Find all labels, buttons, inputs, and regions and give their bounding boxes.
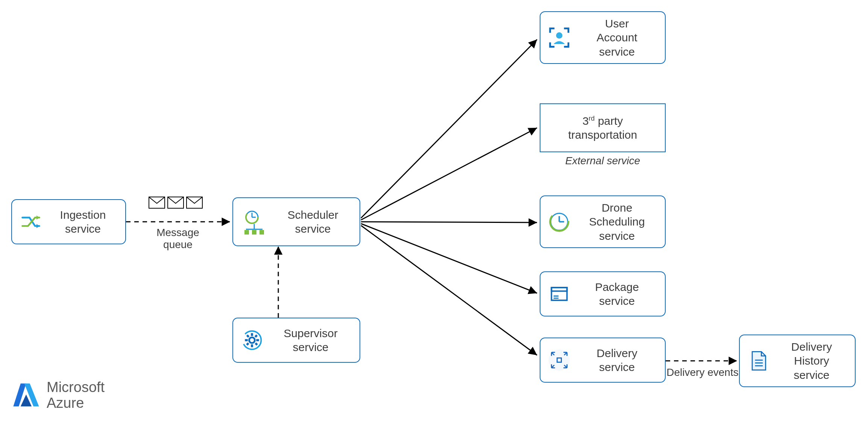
- envelope-icon: [149, 197, 165, 209]
- brand-line-1: Microsoft: [47, 380, 105, 395]
- node-label: Deliveryservice: [577, 346, 657, 374]
- svg-rect-28: [246, 335, 250, 338]
- node-label: Ingestionservice: [48, 208, 118, 236]
- node-supervisor-service: Supervisorservice: [232, 318, 360, 363]
- azure-logo-text: Microsoft Azure: [47, 380, 105, 411]
- node-delivery-history-service: DeliveryHistoryservice: [739, 335, 856, 387]
- svg-line-5: [361, 224, 537, 293]
- svg-point-23: [249, 338, 255, 343]
- caption-delivery-events: Delivery events: [665, 366, 740, 379]
- caption-message-queue: Messagequeue: [142, 227, 214, 251]
- svg-rect-38: [551, 288, 567, 291]
- node-label: UserAccountservice: [577, 17, 657, 59]
- svg-rect-24: [251, 333, 253, 336]
- svg-line-2: [361, 39, 537, 218]
- gear-cycle-icon: [241, 329, 263, 351]
- node-drone-scheduling-service: DroneSchedulingservice: [540, 195, 666, 248]
- clock-cycle-icon: [548, 210, 571, 233]
- envelope-icon: [186, 197, 203, 209]
- node-package-service: Packageservice: [540, 271, 666, 316]
- svg-line-3: [361, 128, 537, 220]
- expand-arrows-icon: [548, 349, 571, 371]
- svg-rect-21: [259, 230, 264, 235]
- node-label: DroneSchedulingservice: [577, 201, 657, 243]
- svg-line-6: [361, 226, 537, 355]
- node-delivery-service: Deliveryservice: [540, 338, 666, 383]
- caption-external-service: External service: [540, 155, 666, 167]
- svg-rect-30: [255, 335, 258, 338]
- svg-rect-31: [246, 342, 249, 346]
- message-queue-icons: [149, 197, 203, 209]
- azure-logo: Microsoft Azure: [11, 380, 105, 411]
- svg-line-4: [361, 222, 537, 223]
- svg-rect-27: [256, 339, 259, 341]
- envelope-icon: [167, 197, 184, 209]
- brand-line-2: Azure: [47, 395, 105, 411]
- node-third-party-transportation: 3rd partytransportation: [540, 103, 666, 152]
- svg-marker-12: [36, 215, 39, 220]
- shuffle-icon: [20, 210, 42, 233]
- node-label: 3rd partytransportation: [544, 114, 661, 142]
- architecture-diagram: Ingestionservice Messagequeue Schedulers…: [0, 0, 868, 430]
- svg-rect-25: [251, 344, 253, 347]
- svg-rect-19: [244, 230, 249, 235]
- node-label: Schedulerservice: [274, 208, 352, 236]
- svg-rect-26: [245, 339, 248, 341]
- package-box-icon: [548, 283, 571, 305]
- node-user-account-service: UserAccountservice: [540, 11, 666, 64]
- svg-marker-11: [36, 224, 39, 228]
- connectors-layer: [0, 0, 868, 430]
- svg-rect-20: [252, 230, 256, 235]
- node-label: Packageservice: [577, 280, 657, 308]
- node-label: Supervisorservice: [269, 326, 352, 354]
- user-focus-icon: [548, 26, 571, 49]
- node-label: DeliveryHistoryservice: [776, 340, 847, 382]
- node-scheduler-service: Schedulerservice: [232, 197, 360, 246]
- scheduler-icon: [241, 208, 268, 235]
- svg-point-32: [556, 32, 563, 39]
- azure-logo-icon: [11, 381, 40, 410]
- node-ingestion-service: Ingestionservice: [11, 199, 126, 244]
- svg-rect-29: [255, 342, 258, 346]
- document-icon: [747, 350, 770, 372]
